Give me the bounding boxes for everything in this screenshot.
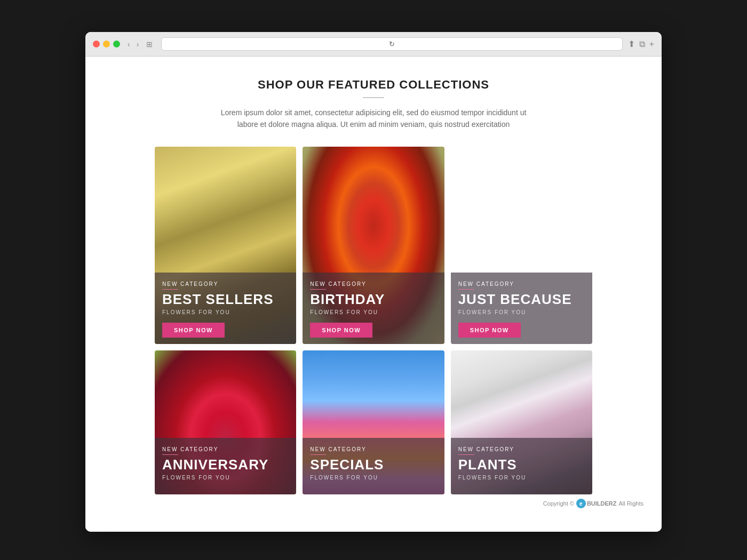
card-plants[interactable]: NEW CATEGORY PLANTS FLOWERS FOR YOU xyxy=(451,350,592,494)
tab-grid-button[interactable]: ⊞ xyxy=(143,39,156,50)
close-button[interactable] xyxy=(93,41,100,47)
page-content: SHOP OUR FEATURED COLLECTIONS Lorem ipsu… xyxy=(85,57,662,532)
label-line xyxy=(162,454,178,455)
browser-nav: ‹ › ⊞ xyxy=(125,39,156,50)
card-best-sellers-overlay: NEW CATEGORY BEST SELLERS FLOWERS FOR YO… xyxy=(155,273,296,344)
card-specials-title: SPECIALS xyxy=(310,457,436,473)
card-best-sellers-subtitle: FLOWERS FOR YOU xyxy=(162,309,289,315)
card-plants-overlay: NEW CATEGORY PLANTS FLOWERS FOR YOU xyxy=(451,438,592,494)
card-plants-label: NEW CATEGORY xyxy=(458,446,585,452)
card-anniversary-label: NEW CATEGORY xyxy=(162,446,289,452)
share-button[interactable]: ⬆ xyxy=(628,39,635,49)
card-best-sellers[interactable]: NEW CATEGORY BEST SELLERS FLOWERS FOR YO… xyxy=(155,147,296,344)
maximize-button[interactable] xyxy=(113,41,120,47)
card-just-because-subtitle: FLOWERS FOR YOU xyxy=(458,309,585,315)
card-anniversary[interactable]: NEW CATEGORY ANNIVERSARY FLOWERS FOR YOU xyxy=(155,350,296,494)
ebuilderz-logo: e BUILDERZ xyxy=(576,499,617,508)
address-bar[interactable]: ↻ xyxy=(161,37,622,51)
add-tab-button[interactable]: + xyxy=(649,39,654,49)
title-underline xyxy=(363,97,384,98)
label-line xyxy=(310,454,326,455)
card-specials-subtitle: FLOWERS FOR YOU xyxy=(310,475,436,481)
card-birthday-title: BIRTHDAY xyxy=(310,292,436,307)
card-just-because-shop-now[interactable]: SHOP NOW xyxy=(458,323,521,338)
back-button[interactable]: ‹ xyxy=(125,39,132,50)
card-just-because[interactable]: NEW CATEGORY JUST BECAUSE FLOWERS FOR YO… xyxy=(451,147,592,344)
card-specials[interactable]: NEW CATEGORY SPECIALS FLOWERS FOR YOU xyxy=(303,350,444,494)
forward-button[interactable]: › xyxy=(134,39,141,50)
label-line xyxy=(458,454,474,455)
footer-note: Copyright © e BUILDERZ All Rights xyxy=(96,494,651,510)
brand-name: BUILDERZ xyxy=(587,500,617,507)
new-tab-copy-button[interactable]: ⧉ xyxy=(639,39,645,49)
minimize-button[interactable] xyxy=(103,41,110,47)
card-plants-subtitle: FLOWERS FOR YOU xyxy=(458,475,585,481)
card-birthday-shop-now[interactable]: SHOP NOW xyxy=(310,323,372,338)
browser-actions: ⬆ ⧉ + xyxy=(628,39,654,49)
browser-window: ‹ › ⊞ ↻ ⬆ ⧉ + SHOP OUR FEATURED COLLECTI… xyxy=(85,32,662,532)
card-birthday[interactable]: NEW CATEGORY BIRTHDAY FLOWERS FOR YOU SH… xyxy=(303,147,444,344)
card-just-because-label: NEW CATEGORY xyxy=(458,281,585,287)
e-icon: e xyxy=(576,499,586,508)
card-specials-overlay: NEW CATEGORY SPECIALS FLOWERS FOR YOU xyxy=(303,438,444,494)
browser-chrome: ‹ › ⊞ ↻ ⬆ ⧉ + xyxy=(85,32,662,57)
section-title: SHOP OUR FEATURED COLLECTIONS xyxy=(96,78,651,92)
label-line xyxy=(162,289,178,290)
card-just-because-title: JUST BECAUSE xyxy=(458,292,585,307)
card-birthday-overlay: NEW CATEGORY BIRTHDAY FLOWERS FOR YOU SH… xyxy=(303,273,444,344)
traffic-lights xyxy=(93,41,120,47)
copyright-text: Copyright © xyxy=(543,500,574,507)
card-best-sellers-label: NEW CATEGORY xyxy=(162,281,289,287)
card-anniversary-overlay: NEW CATEGORY ANNIVERSARY FLOWERS FOR YOU xyxy=(155,438,296,494)
card-specials-label: NEW CATEGORY xyxy=(310,446,436,452)
card-anniversary-subtitle: FLOWERS FOR YOU xyxy=(162,475,289,481)
label-line xyxy=(458,289,474,290)
collection-grid: NEW CATEGORY BEST SELLERS FLOWERS FOR YO… xyxy=(155,147,592,494)
card-plants-title: PLANTS xyxy=(458,457,585,473)
card-best-sellers-title: BEST SELLERS xyxy=(162,292,289,307)
card-birthday-subtitle: FLOWERS FOR YOU xyxy=(310,309,436,315)
section-desc: Lorem ipsum dolor sit amet, consectetur … xyxy=(219,107,528,131)
card-anniversary-title: ANNIVERSARY xyxy=(162,457,289,473)
label-line xyxy=(310,289,326,290)
card-birthday-label: NEW CATEGORY xyxy=(310,281,436,287)
card-just-because-overlay: NEW CATEGORY JUST BECAUSE FLOWERS FOR YO… xyxy=(451,273,592,344)
refresh-icon: ↻ xyxy=(389,40,395,48)
card-best-sellers-shop-now[interactable]: SHOP NOW xyxy=(162,323,225,338)
rights-text: All Rights xyxy=(619,500,643,507)
